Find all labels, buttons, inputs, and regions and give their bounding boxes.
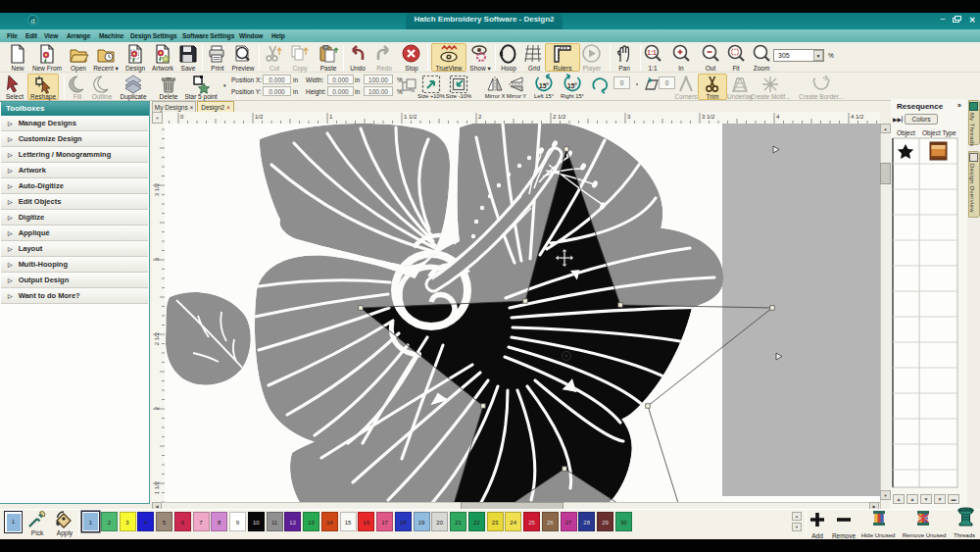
svg-text:2 1/2: 2 1/2 <box>553 114 566 120</box>
svg-text:1/2: 1/2 <box>255 114 264 120</box>
svg-text:3 1/2: 3 1/2 <box>702 114 715 120</box>
svg-text:2 1/2: 2 1/2 <box>154 331 160 345</box>
svg-text:3 1/2: 3 1/2 <box>154 182 160 196</box>
svg-text:15°: 15° <box>539 82 549 89</box>
svg-text:4 1/2: 4 1/2 <box>851 114 864 120</box>
svg-text:1 1/2: 1 1/2 <box>404 114 417 120</box>
svg-text:1:1: 1:1 <box>647 49 657 56</box>
svg-text:15°: 15° <box>567 82 577 89</box>
svg-text:1 1/2: 1 1/2 <box>154 480 160 494</box>
